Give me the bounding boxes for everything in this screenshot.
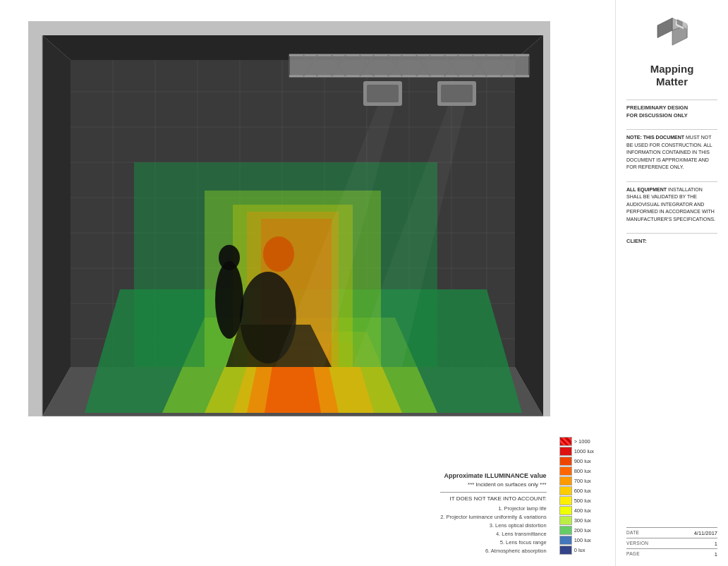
logo-area: Mapping Matter — [626, 7, 717, 88]
visualization-area — [28, 21, 550, 416]
logo-divider — [626, 100, 717, 100]
legend-list-item: 6. Atmospheric absorption — [440, 547, 546, 555]
legend-title: Approximate ILLUMINANCE value — [440, 471, 546, 481]
client-label: CLIENT: — [626, 238, 647, 244]
svg-marker-4 — [515, 35, 543, 416]
legend-list-item: 1. Projector lamp life — [440, 505, 546, 513]
color-scale-item: > 1000 — [559, 437, 594, 446]
color-scale-label: 300 lux — [574, 517, 591, 524]
note-body: MUST NOT BE USED FOR CONSTRUCTION. ALL I… — [626, 135, 712, 169]
color-scale-label: 900 lux — [574, 458, 591, 464]
date-label: DATE — [626, 530, 639, 536]
color-scale-label: 800 lux — [574, 468, 591, 474]
note-section: NOTE: THIS DOCUMENT MUST NOT BE USED FOR… — [626, 134, 717, 171]
legend-list-item: 2. Projector luminance uniformity & vari… — [440, 513, 546, 522]
svg-rect-40 — [289, 55, 529, 76]
svg-marker-3 — [42, 35, 71, 416]
legend-list-item: 4. Lens transmittance — [440, 530, 546, 538]
color-scale-item: 200 lux — [559, 526, 594, 535]
svg-point-36 — [263, 236, 294, 272]
color-scale-item: 900 lux — [559, 457, 594, 466]
color-scale-label: 700 lux — [574, 478, 591, 484]
color-scale-label: 400 lux — [574, 507, 591, 514]
color-swatch — [559, 466, 572, 476]
main-container: Approximate ILLUMINANCE value *** Incide… — [0, 0, 728, 566]
version-value: 1 — [715, 541, 717, 547]
color-swatch — [559, 437, 572, 446]
color-scale-item: 1000 lux — [559, 447, 594, 456]
color-swatch — [559, 546, 572, 555]
color-scale-item: 300 lux — [559, 516, 594, 525]
color-scale-label: 200 lux — [574, 527, 591, 534]
color-scale: > 10001000 lux900 lux800 lux700 lux600 l… — [559, 437, 594, 555]
color-swatch — [559, 526, 572, 535]
svg-rect-62 — [441, 85, 473, 102]
svg-marker-68 — [657, 18, 672, 38]
preliminary-design: PRELEIMINARY DESIGN FOR DISCUSSION ONLY — [626, 104, 717, 119]
page-label: PAGE — [626, 551, 640, 558]
color-scale-item: 600 lux — [559, 486, 594, 495]
legend-container: Approximate ILLUMINANCE value *** Incide… — [14, 437, 594, 555]
color-swatch — [559, 496, 572, 505]
color-scale-item: 700 lux — [559, 476, 594, 486]
page-row: PAGE 1 — [626, 548, 717, 559]
color-swatch — [559, 486, 572, 495]
scene-svg — [28, 21, 550, 416]
svg-rect-60 — [367, 85, 399, 102]
color-scale-item: 400 lux — [559, 506, 594, 515]
client-section: CLIENT: — [626, 238, 717, 246]
logo-name-line2: Matter — [656, 76, 688, 88]
note-divider — [626, 181, 717, 182]
color-scale-label: 1000 lux — [574, 448, 594, 454]
color-scale-label: 0 lux — [574, 547, 586, 553]
version-label: VERSION — [626, 541, 648, 547]
legend-list-item: 3. Lens optical distortion — [440, 522, 546, 530]
color-swatch — [559, 476, 572, 486]
legend-subtitle: *** Incident on surfaces only *** — [440, 481, 546, 489]
color-swatch — [559, 506, 572, 515]
color-swatch — [559, 447, 572, 456]
logo-name-line1: Mapping — [650, 63, 694, 76]
color-scale-item: 800 lux — [559, 466, 594, 476]
left-area: Approximate ILLUMINANCE value *** Incide… — [0, 0, 615, 566]
color-scale-item: 500 lux — [559, 496, 594, 505]
svg-point-38 — [215, 261, 243, 339]
color-scale-item: 0 lux — [559, 546, 594, 555]
company-logo — [648, 11, 697, 60]
legend-text: Approximate ILLUMINANCE value *** Incide… — [440, 471, 546, 556]
legend-disclaimer-title: IT DOES NOT TAKE INTO ACCOUNT: — [440, 495, 546, 503]
color-scale-label: > 1000 — [574, 438, 590, 445]
date-row: DATE 4/11/2017 — [626, 527, 717, 538]
page-value: 1 — [715, 551, 717, 558]
legend-list-item: 5. Lens focus range — [440, 538, 546, 547]
color-scale-label: 600 lux — [574, 488, 591, 494]
color-scale-label: 500 lux — [574, 498, 591, 504]
prelim-divider — [626, 129, 717, 130]
note-title: NOTE: THIS DOCUMENT — [626, 135, 684, 140]
date-value: 4/11/2017 — [694, 530, 717, 536]
color-scale-item: 100 lux — [559, 536, 594, 545]
info-block: DATE 4/11/2017 VERSION 1 PAGE 1 — [626, 527, 717, 559]
svg-point-39 — [219, 245, 240, 270]
equip-divider — [626, 233, 717, 234]
color-swatch — [559, 516, 572, 525]
color-swatch — [559, 536, 572, 545]
equipment-section: ALL EQUIPMENT INSTALLATION SHALL BE VALI… — [626, 186, 717, 224]
right-sidebar: Mapping Matter PRELEIMINARY DESIGN FOR D… — [615, 0, 728, 566]
color-scale-label: 100 lux — [574, 537, 591, 543]
color-swatch — [559, 457, 572, 466]
version-row: VERSION 1 — [626, 538, 717, 548]
equipment-title: ALL EQUIPMENT — [626, 187, 667, 192]
